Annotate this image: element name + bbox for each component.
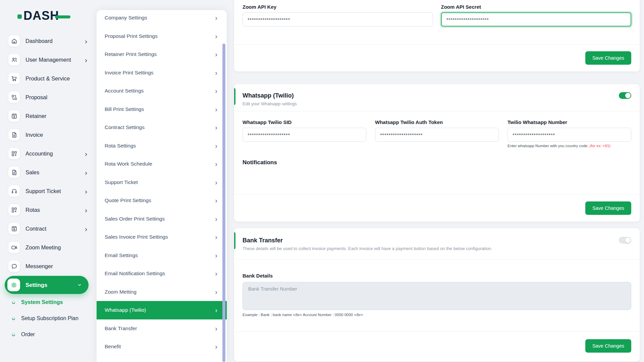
field-label: Zoom API Secret bbox=[441, 4, 632, 10]
settings-menu-item-email-settings[interactable]: Email Settings› bbox=[97, 246, 227, 265]
settings-menu-item-account-settings[interactable]: Account Settings› bbox=[97, 82, 227, 100]
zoom-api-key-field: Zoom API Key bbox=[243, 4, 433, 26]
bank-save-changes-button[interactable]: Save Changes bbox=[585, 339, 631, 353]
whatsapp-settings-card: Whatsapp (Twilio) Edit your Whatsapp set… bbox=[234, 84, 640, 222]
chevron-right-icon: › bbox=[215, 14, 217, 21]
menu-item-label: Sales Order Print Settings bbox=[105, 216, 215, 222]
settings-menu-item-email-notification-settings[interactable]: Email Notification Settings› bbox=[97, 264, 227, 283]
field-label: Whatsapp Twilio Auth Token bbox=[375, 119, 499, 125]
section-accent-bar bbox=[234, 88, 235, 105]
section-accent-bar bbox=[234, 232, 235, 249]
menu-item-label: Rota Work Schedule bbox=[105, 161, 215, 167]
zoom-api-secret-field: Zoom API Secret bbox=[441, 4, 632, 26]
sidebar-subitem-setup-subscription-plan[interactable]: Setup Subscription Plan bbox=[0, 310, 97, 326]
file-icon bbox=[8, 167, 20, 178]
twilio-whatsapp-number-input[interactable] bbox=[507, 128, 631, 142]
chevron-right-icon: › bbox=[215, 270, 217, 277]
settings-menu-item-bank-transfer[interactable]: Bank Transfer› bbox=[97, 319, 227, 338]
grid-plus-icon bbox=[8, 148, 20, 159]
sidebar-item-support-ticket[interactable]: Support Ticket › bbox=[0, 182, 97, 200]
settings-menu-item-contract-settings[interactable]: Contract Settings› bbox=[97, 118, 227, 137]
sidebar-subitem-system-settings[interactable]: System Settings bbox=[0, 294, 97, 310]
gear-icon bbox=[7, 279, 20, 291]
settings-menu-item-sick-leave[interactable]: Sick Leave› bbox=[97, 356, 227, 362]
sidebar-item-label: Accounting bbox=[25, 150, 79, 157]
sidebar-item-messenger[interactable]: Messenger bbox=[0, 257, 97, 276]
chevron-right-icon: › bbox=[215, 252, 217, 259]
settings-menu-item-rota-settings[interactable]: Rota Settings› bbox=[97, 137, 227, 155]
cart-icon bbox=[8, 73, 20, 84]
chevron-right-icon: › bbox=[215, 33, 217, 40]
section-title: Whatsapp (Twilio) bbox=[243, 92, 631, 99]
zoom-save-changes-button[interactable]: Save Changes bbox=[585, 51, 631, 65]
chat-bubble-icon bbox=[8, 260, 20, 272]
settings-menu-item-invoice-print-settings[interactable]: Invoice Print Settings› bbox=[97, 64, 227, 82]
menu-item-label: Bill Print Settings bbox=[105, 106, 215, 112]
settings-menu-list: Company Settings› Proposal Print Setting… bbox=[97, 10, 227, 362]
headset-icon bbox=[8, 185, 20, 197]
settings-menu-item-whatsapp-twilio[interactable]: Whatsapp (Twilio)› bbox=[97, 301, 227, 319]
sidebar-item-rotas[interactable]: Rotas › bbox=[0, 200, 97, 219]
chevron-right-icon: › bbox=[85, 38, 87, 45]
menu-item-label: Contract Settings bbox=[105, 124, 215, 130]
bullet-icon bbox=[11, 300, 16, 305]
sidebar-subitem-label: Setup Subscription Plan bbox=[21, 315, 78, 321]
chevron-right-icon: › bbox=[215, 142, 217, 149]
settings-menu-item-sales-invoice-print-settings[interactable]: Sales Invoice Print Settings› bbox=[97, 228, 227, 246]
sidebar-item-dashboard[interactable]: Dashboard › bbox=[0, 32, 97, 50]
field-label: Zoom API Key bbox=[243, 4, 433, 10]
section-title: Bank Transfer bbox=[243, 237, 631, 244]
settings-menu-item-company-settings[interactable]: Company Settings› bbox=[97, 10, 227, 27]
sidebar-item-sales[interactable]: Sales › bbox=[0, 163, 97, 182]
twilio-auth-token-input[interactable] bbox=[375, 128, 499, 142]
sidebar-item-zoom-meeting[interactable]: Zoom Meeting bbox=[0, 238, 97, 257]
workflow-icon bbox=[8, 92, 20, 103]
chevron-right-icon: › bbox=[215, 87, 217, 94]
chevron-right-icon: › bbox=[85, 56, 87, 63]
sidebar-item-label: Support Ticket bbox=[25, 188, 79, 194]
zoom-api-secret-input[interactable] bbox=[441, 12, 632, 26]
sidebar-nav: Dashboard › User Management › Product & … bbox=[0, 32, 97, 343]
sidebar-item-proposal[interactable]: Proposal bbox=[0, 88, 97, 107]
zoom-api-key-input[interactable] bbox=[243, 12, 433, 26]
home-icon bbox=[8, 35, 20, 47]
sidebar-item-retainer[interactable]: Retainer bbox=[0, 107, 97, 125]
settings-menu-item-retainer-print-settings[interactable]: Retainer Print Settings› bbox=[97, 45, 227, 64]
sidebar-item-label: User Management bbox=[25, 57, 79, 63]
settings-menu-item-zoom-metting[interactable]: Zoom Metting› bbox=[97, 283, 227, 301]
brand-name: DASH bbox=[23, 9, 59, 23]
settings-menu-item-quote-print-settings[interactable]: Quote Print Settings› bbox=[97, 191, 227, 210]
twilio-sid-input[interactable] bbox=[243, 128, 366, 142]
sidebar-item-settings[interactable]: Settings › bbox=[5, 276, 89, 294]
menu-item-label: Company Settings bbox=[105, 15, 215, 21]
bank-transfer-card: Bank Transfer These details will be used… bbox=[234, 228, 640, 361]
sidebar-item-user-management[interactable]: User Management › bbox=[0, 50, 97, 69]
sidebar-item-contract[interactable]: Contract › bbox=[0, 219, 97, 238]
bank-details-textarea[interactable] bbox=[243, 282, 631, 310]
menu-item-label: Retainer Print Settings bbox=[105, 51, 215, 57]
sidebar-item-invoice[interactable]: Invoice bbox=[0, 125, 97, 144]
twilio-whatsapp-number-field: Twilio Whatsapp Number Enter whatsapp Nu… bbox=[507, 119, 631, 148]
chevron-right-icon: › bbox=[215, 343, 217, 350]
settings-menu-item-proposal-print-settings[interactable]: Proposal Print Settings› bbox=[97, 27, 227, 46]
bank-transfer-enable-toggle[interactable] bbox=[619, 237, 631, 244]
menu-item-label: Invoice Print Settings bbox=[105, 70, 215, 76]
sidebar-item-product-service[interactable]: Product & Service bbox=[0, 69, 97, 88]
sidebar-subitem-label: Order bbox=[21, 331, 35, 338]
settings-menu-item-support-ticket[interactable]: Support Ticket› bbox=[97, 173, 227, 192]
settings-menu-item-benefit[interactable]: Benefit› bbox=[97, 338, 227, 356]
whatsapp-save-changes-button[interactable]: Save Changes bbox=[585, 201, 631, 215]
settings-menu-item-rota-work-schedule[interactable]: Rota Work Schedule› bbox=[97, 155, 227, 173]
sidebar-subitem-order[interactable]: Order bbox=[0, 326, 97, 343]
logo-dot-icon bbox=[17, 14, 22, 19]
menu-item-label: Email Settings bbox=[105, 252, 215, 258]
settings-menu-item-sales-order-print-settings[interactable]: Sales Order Print Settings› bbox=[97, 210, 227, 228]
settings-menu-item-bill-print-settings[interactable]: Bill Print Settings› bbox=[97, 100, 227, 119]
whatsapp-enable-toggle[interactable] bbox=[619, 92, 631, 99]
chevron-right-icon: › bbox=[215, 325, 217, 332]
notifications-heading: Notifications bbox=[243, 159, 631, 166]
menu-item-label: Bank Transfer bbox=[105, 325, 215, 331]
settings-menu-scrollbar[interactable] bbox=[222, 44, 225, 362]
bank-details-example: Example : Bank : bank name </br> Account… bbox=[243, 313, 631, 317]
sidebar-item-accounting[interactable]: Accounting › bbox=[0, 144, 97, 163]
